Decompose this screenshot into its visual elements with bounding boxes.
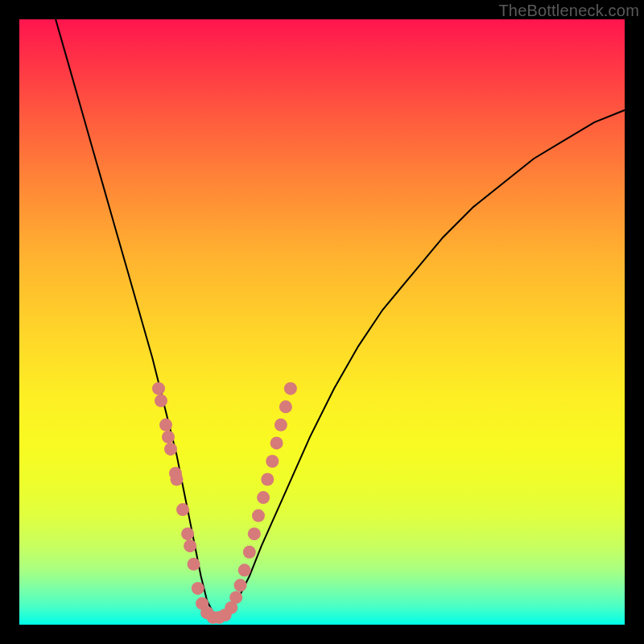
data-point <box>252 510 265 522</box>
data-point <box>162 431 175 444</box>
left-data-cluster <box>152 382 232 624</box>
data-point <box>192 582 204 595</box>
data-point <box>279 400 292 413</box>
data-point <box>229 591 242 604</box>
data-point <box>159 419 172 431</box>
data-point <box>266 455 279 468</box>
data-point <box>270 436 283 449</box>
data-point <box>238 564 251 576</box>
data-point <box>184 539 196 552</box>
data-point <box>284 382 297 395</box>
data-point <box>176 503 189 516</box>
data-point <box>243 546 256 559</box>
data-point <box>248 527 261 540</box>
data-point <box>188 558 200 571</box>
data-point <box>261 473 274 486</box>
right-data-cluster <box>225 382 297 614</box>
data-point <box>275 419 287 431</box>
data-point <box>152 382 165 395</box>
data-point <box>155 394 167 407</box>
chart-svg <box>19 19 625 625</box>
chart-frame <box>19 19 625 625</box>
data-point <box>164 443 177 456</box>
data-point <box>234 579 247 592</box>
data-point <box>181 527 194 540</box>
bottleneck-curve <box>56 19 625 619</box>
watermark-text: TheBottleneck.com <box>498 2 639 20</box>
data-point <box>171 473 184 486</box>
data-point <box>257 491 270 504</box>
